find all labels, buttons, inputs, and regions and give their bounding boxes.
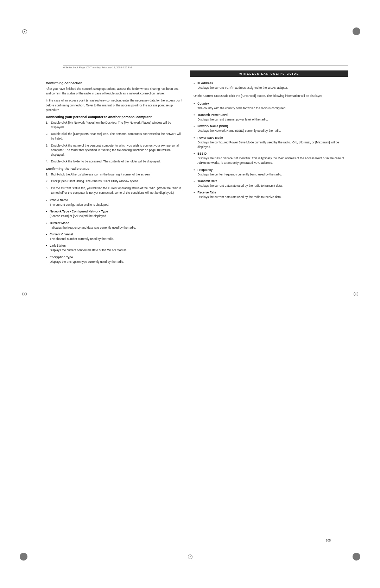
bullet-title: Power Save Mode — [197, 136, 223, 140]
bullet-content: Network Type - Configured Network Type [… — [50, 209, 183, 218]
bullet-title: Country — [197, 102, 209, 105]
bullet-item: ▪ Country The country with the country c… — [194, 101, 348, 111]
page: 6 Series.book Page 105 Thursday, Februar… — [0, 0, 380, 588]
bullet-content: Transmit Rate Displays the current data … — [197, 179, 348, 188]
bullet-desc: Displays the current data rate used by t… — [197, 195, 281, 199]
bullet-item: ▪ Network Type - Configured Network Type… — [46, 209, 183, 218]
right-bullets: ▪ Country The country with the country c… — [194, 101, 348, 200]
bullet-marker: ▪ — [46, 221, 47, 230]
list-item: 3. Double-click the name of the personal… — [46, 143, 183, 157]
bullet-content: Current Mode Indicates the frequency and… — [50, 221, 183, 230]
header-bar-title: Wireless LAN User's Guide — [239, 72, 299, 75]
bullet-content: Power Save Mode Displays the configured … — [197, 136, 348, 150]
bullet-title: Network Type - Configured Network Type — [50, 210, 108, 213]
bullet-marker: ▪ — [194, 101, 195, 111]
bullet-item: ▪ Transmit Rate Displays the current dat… — [194, 179, 348, 188]
ip-address-desc: Displays the current TCP/IP address assi… — [197, 86, 288, 89]
list-item: 1. Double-click [My Network Places] on t… — [46, 120, 183, 130]
radio-status-bullets: ▪ Profile Name The current configuration… — [46, 198, 183, 264]
crop-mark-top-left — [21, 28, 28, 35]
bullet-item: ▪ Current Mode Indicates the frequency a… — [46, 221, 183, 230]
bullet-marker: ▪ — [194, 136, 195, 150]
list-item: 2. Double-click the [Computers Near Me] … — [46, 132, 183, 141]
bullet-desc: Displays the center frequency currently … — [197, 173, 282, 176]
meta-line: 6 Series.book Page 105 Thursday, Februar… — [63, 65, 348, 69]
bullet-desc: Displays the current data rate used by t… — [197, 184, 283, 187]
bullet-item: ▪ Frequency Displays the center frequenc… — [194, 168, 348, 177]
bullet-item: ▪ BSSID Displays the Basic Service Set I… — [194, 151, 348, 166]
bullet-item: ▪ Link Status Displays the current conne… — [46, 243, 183, 253]
bullet-desc: Displays the current connected state of … — [50, 248, 127, 252]
confirming-connection-para1: After you have finished the network setu… — [46, 87, 183, 96]
bullet-marker: ▪ — [194, 168, 195, 177]
bullet-title: Network Name (SSID) — [197, 124, 228, 128]
bullet-marker: ▪ — [46, 243, 47, 253]
list-item: 2. Click [Open Client Utility]. The Athe… — [46, 179, 183, 184]
bullet-marker: ▪ — [194, 113, 195, 122]
list-item-text: Double-click the [Computers Near Me] ico… — [51, 132, 183, 141]
list-item-text: Click [Open Client Utility]. The Atheros… — [51, 179, 139, 184]
bullet-title: Link Status — [50, 244, 66, 247]
bullet-marker: ▪ — [46, 209, 47, 218]
bullet-title: Receive Rate — [197, 191, 216, 194]
side-mark-left — [21, 291, 27, 297]
bullet-item: ▪ Profile Name The current configuration… — [46, 198, 183, 207]
list-item-num: 3. — [46, 186, 48, 195]
bullet-desc: Displays the Network Name (SSID) current… — [197, 129, 281, 132]
list-item-num: 1. — [46, 120, 48, 130]
registration-mark-top-right — [353, 27, 360, 35]
connecting-computer-list: 1. Double-click [My Network Places] on t… — [46, 120, 183, 164]
bullet-marker: ▪ — [194, 179, 195, 188]
section-confirming-radio-status: Confirming the radio status 1. Right-cli… — [46, 167, 183, 264]
list-item-num: 3. — [46, 143, 48, 157]
bullet-desc: Displays the configured Power Save Mode … — [197, 141, 339, 149]
bullet-content: Receive Rate Displays the current data r… — [197, 190, 348, 199]
side-mark-bottom — [187, 553, 193, 560]
bullet-title: Transmit Power Level — [197, 113, 228, 117]
bullet-content: IP Address Displays the current TCP/IP a… — [197, 81, 348, 90]
content-area: Confirming connection After you have fin… — [46, 81, 348, 535]
confirming-radio-list: 1. Right-click the Atheros Wireless icon… — [46, 172, 183, 195]
registration-mark-bottom-right — [353, 553, 360, 561]
bullet-item: ▪ Encryption Type Displays the encryptio… — [46, 255, 183, 264]
list-item-num: 1. — [46, 172, 48, 177]
bullet-title: Encryption Type — [50, 255, 73, 259]
bullet-item: ▪ Network Name (SSID) Displays the Netwo… — [194, 124, 348, 133]
bullet-marker: ▪ — [194, 81, 195, 90]
bullet-content: Current Channel The channel number curre… — [50, 232, 183, 241]
list-item-text: Double-click the folder to be accessed. … — [51, 159, 160, 164]
list-item-text: Double-click the name of the personal co… — [51, 143, 183, 157]
bullet-desc: The channel number currently used by the… — [50, 237, 114, 241]
bullet-desc: The current configuration profile is dis… — [50, 203, 109, 206]
list-item-text: On the Current Status tab, you will find… — [51, 186, 183, 195]
right-column: ▪ IP Address Displays the current TCP/IP… — [194, 81, 348, 535]
ip-address-title: IP Address — [197, 81, 213, 85]
ip-address-bullet: ▪ IP Address Displays the current TCP/IP… — [194, 81, 348, 90]
side-mark-right — [353, 291, 359, 297]
section-connecting-computer: Connecting your personal computer to ano… — [46, 115, 183, 164]
connecting-computer-heading: Connecting your personal computer to ano… — [46, 115, 183, 119]
bullet-title: Profile Name — [50, 198, 68, 202]
bullet-content: Frequency Displays the center frequency … — [197, 168, 348, 177]
list-item: 1. Right-click the Atheros Wireless icon… — [46, 172, 183, 177]
bullet-desc: Displays the current transmit power leve… — [197, 118, 268, 121]
bullet-content: Transmit Power Level Displays the curren… — [197, 113, 348, 122]
bullet-item: ▪ Receive Rate Displays the current data… — [194, 190, 348, 199]
bullet-desc: [Access Point] or [AdHoc] will be displa… — [50, 214, 107, 218]
bullet-desc: Indicates the frequency and data rate cu… — [50, 226, 136, 229]
bullet-title: Frequency — [197, 168, 213, 172]
section-confirming-connection: Confirming connection After you have fin… — [46, 81, 183, 112]
bullet-marker: ▪ — [194, 190, 195, 199]
list-item-text: Right-click the Atheros Wireless icon in… — [51, 172, 151, 177]
page-number: 105 — [326, 539, 331, 542]
bullet-content: Link Status Displays the current connect… — [50, 243, 183, 253]
bullet-desc: Displays the Basic Service Set Identifie… — [197, 156, 344, 165]
bullet-item: ▪ Current Channel The channel number cur… — [46, 232, 183, 241]
bullet-title: Current Mode — [50, 221, 69, 225]
list-item-num: 4. — [46, 159, 48, 164]
list-item-num: 2. — [46, 132, 48, 141]
bullet-item: ▪ Transmit Power Level Displays the curr… — [194, 113, 348, 122]
bullet-content: Network Name (SSID) Displays the Network… — [197, 124, 348, 133]
bullet-content: Profile Name The current configuration p… — [50, 198, 183, 207]
confirming-connection-heading: Confirming connection — [46, 81, 183, 85]
